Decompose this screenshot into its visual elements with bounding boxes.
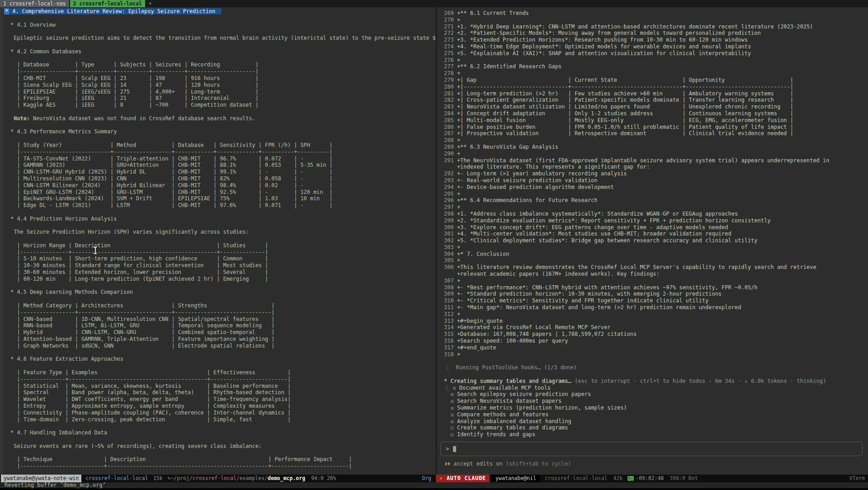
org-title-line: * 4. Comprehensive Literature Review: Ep… <box>4 8 436 15</box>
buffer-line: | EpiNET GRU-LSTM (2024) | GRU-LSTM | CH… <box>4 189 436 196</box>
buffer-line: | Siena Scalp EEG | Scalp EEG | 14 | 47 … <box>4 82 436 89</box>
buffer-line: | RNN-based | LSTM, Bi-LSTM, GRU | Tempo… <box>4 322 436 329</box>
file-name: demo_mcp.org <box>268 475 305 482</box>
buffer-line <box>4 28 436 35</box>
todo-item: ⎿ ☒ Document available MCP tools <box>444 385 868 391</box>
major-mode: Org <box>422 475 436 482</box>
diff-line: 294 +- Device-based prediction algorithm… <box>444 184 868 191</box>
diff-line: 271 +1. *Hybrid Deep Learning*: CNN-LSTM… <box>444 24 868 30</box>
buffer-line: | Horizon Range | Description | Studies … <box>4 242 436 249</box>
diff-line: 292 +- Long-term (>1 year) ambulatory re… <box>444 170 868 177</box>
buffer-line <box>4 15 436 22</box>
terminal-icon: >_ <box>627 476 634 481</box>
modeline-left-window: ywatanabe@ywata-note-win crossref-local-… <box>0 475 436 482</box>
buffer-line <box>4 450 436 457</box>
org-buffer-window[interactable]: * 4. Comprehensive Literature Review: Ep… <box>0 7 436 475</box>
checkbox-icon: ☒ <box>450 418 453 424</box>
diff-line: 286 +| False positive burden | FPR 0.05-… <box>444 124 868 131</box>
buffer-line: | Multiresolution CNN (2023) | CNN | CHB… <box>4 175 436 182</box>
host-indicator: ywatanabe@ywata-note-win <box>1 475 81 482</box>
buffer-line: | CNN-based | 1D-CNN, Multiresolution CN… <box>4 316 436 323</box>
buffer-line: | Connectivity | Phase-amplitude couplin… <box>4 410 436 416</box>
buffer-line: | 10-30 minutes | Standard range for cli… <box>4 262 436 269</box>
checkbox-icon: ☒ <box>450 405 453 411</box>
buffer-line: The Seizure Prediction Horizon (SPH) var… <box>4 229 436 236</box>
diff-line: 306 +This literature review demonstrates… <box>444 264 868 271</box>
buffer-line: | 30-60 minutes | Extended horizon, lowe… <box>4 269 436 276</box>
diff-line: 280 +|--------------------------------+-… <box>444 84 868 90</box>
buffer-size: 15k <box>153 475 163 482</box>
buffer-line: | Attention-based | GAMRNN, Triple-Atten… <box>4 336 436 343</box>
diff-block: 269 +** 6.1 Current Trends270 +271 +1. *… <box>444 10 868 358</box>
left-fringe <box>0 7 3 475</box>
diff-line: 312 + <box>444 311 868 318</box>
diff-line: 317 +#+end_quote <box>444 344 868 351</box>
diff-line: 282 +| Cross-patient generalization | Pa… <box>444 97 868 104</box>
diff-line: +relevant academic papers (167M+ indexed… <box>444 271 868 278</box>
accept-edits-indicator[interactable]: ⏵⏵ accept edits on (shift+tab to cycle) <box>445 461 868 467</box>
todo-item: ☒ Summarize metrics (prediction horizon,… <box>444 405 868 411</box>
buffer-line: * 4.2 Common Databases <box>4 48 436 55</box>
checkbox-icon: ☐ <box>450 424 453 431</box>
diff-line: 303 + <box>444 244 868 251</box>
diff-line: 300 +3. *Explore concept drift*: EEG pat… <box>444 224 868 231</box>
buffer-line: | Entropy | Approximate entropy, sample … <box>4 403 436 410</box>
diff-line: 287 +| Prospective validation | Retrospe… <box>444 130 868 137</box>
vterm-window[interactable]: 269 +** 6.1 Current Trends270 +271 +1. *… <box>437 7 868 475</box>
tab-bar: 1 crossref-local-nas 2 crossref-local-lo… <box>0 0 868 7</box>
todo-item: ☒ Search epilepsy seizure prediction pap… <box>444 391 868 398</box>
tab-crossref-local-nas[interactable]: 1 crossref-local-nas <box>0 0 69 7</box>
project-name: crossref-local-local <box>85 475 148 482</box>
right-cursor-position: 398:0 Bot <box>670 475 698 482</box>
todo-item: ☒ Search NeuroVista dataset papers <box>444 398 868 405</box>
tab-crossref-local-local[interactable]: 2 crossref-local-local <box>70 0 145 7</box>
diff-line: 289 +** 6.3 NeuroVista Gap Analysis <box>444 144 868 151</box>
modeline-right-window: ⚡ AUTO CLAUDE ywatanabe@nil crossref-loc… <box>436 475 868 482</box>
diff-line: 297 + <box>444 204 868 211</box>
pencil-icon: ✎ <box>167 475 170 482</box>
prompt-symbol: > <box>446 446 449 452</box>
todo-item: ☒ Compare methods and features <box>444 411 868 418</box>
buffer-line: | Study (Year) | Method | Database | Sen… <box>4 142 436 149</box>
bottom-strip <box>0 488 868 490</box>
buffer-line: * 4.1 Overview <box>4 22 436 28</box>
diff-line: 291 +The NeuroVista dataset (first FDA-a… <box>444 157 868 164</box>
checkbox-icon: ☒ <box>450 398 453 404</box>
user-indicator: ywatanabe@nil <box>492 475 540 482</box>
buffer-line: | Kaggle AES | iEEG | 8 | ~700 | Competi… <box>4 102 436 108</box>
buffer-line: | Spectral | Band power (alpha, beta, de… <box>4 389 436 396</box>
buffer-line: | TA-STS-ConvNet (2022) | Triple-attenti… <box>4 155 436 162</box>
claude-input-box[interactable]: > <box>440 442 863 456</box>
diff-line: 310 +- *Critical metrics*: Sensitivity a… <box>444 297 868 304</box>
buffer-line <box>4 222 436 229</box>
diff-line: 273 +3. *Extended Prediction Horizons*: … <box>444 37 868 43</box>
new-tab-button[interactable]: + <box>145 0 156 7</box>
file-path-mid: /examples/ <box>236 475 268 482</box>
checkbox-icon: ☐ <box>450 431 453 438</box>
diff-line: 302 +5. *Clinical deployment studies*: B… <box>444 237 868 244</box>
file-path-prefix: ~/proj/ <box>170 475 192 482</box>
file-path-project: crossref-local <box>193 475 236 482</box>
diff-line: 316 +Search speed: 100-400ms per query <box>444 338 868 344</box>
buffer-line: | Technique | Description | Performance … <box>4 456 436 463</box>
diff-line: 279 +| Gap | Current State | Opportunity… <box>444 77 868 84</box>
spinner-icon: * <box>444 378 447 384</box>
buffer-line: | CNN-LSTM-GRU Hybrid (2025) | Hybrid DL… <box>4 169 436 175</box>
auto-claude-badge[interactable]: ⚡ AUTO CLAUDE <box>436 475 490 482</box>
diff-line: 269 +** 6.1 Current Trends <box>444 10 868 17</box>
task-status-line: * Creating summary tables and diagrams… … <box>444 378 868 385</box>
buffer-line: |---------------+-----------------------… <box>4 249 436 256</box>
diff-line: 270 + <box>444 17 868 24</box>
buffer-line: Note: NeuroVista dataset was not found i… <box>4 115 436 122</box>
diff-line: 299 +2. *Standardize evaluation metrics*… <box>444 217 868 224</box>
diff-line: 307 + <box>444 278 868 284</box>
diff-line: 295 + <box>444 191 868 198</box>
diff-line: 275 +5. *Explainable AI (XAI)*: SHAP and… <box>444 50 868 57</box>
diff-line: 284 +| Concept drift adaptation | Only 1… <box>444 110 868 117</box>
accept-edits-hint: (shift+tab to cycle) <box>506 461 571 467</box>
modeline: ywatanabe@ywata-note-win crossref-local-… <box>0 475 868 482</box>
buffer-line <box>4 135 436 142</box>
buffer-line: | Time-domain | Zero-crossing, peak dete… <box>4 416 436 423</box>
diff-line: 309 +- *Standard prediction horizon*: 10… <box>444 291 868 297</box>
buffer-line: | Hybrid | CNN-LSTM, CNN-GRU | Combined … <box>4 329 436 336</box>
